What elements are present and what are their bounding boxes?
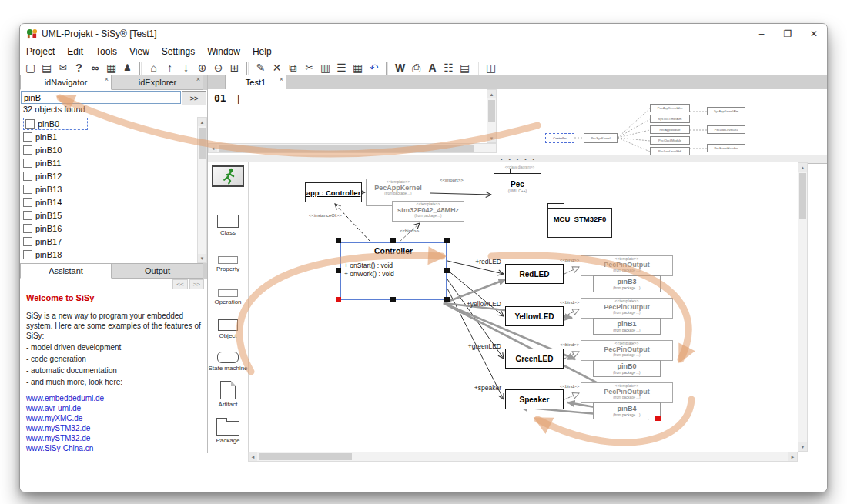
link-embeddeduml[interactable]: www.embeddeduml.de — [26, 393, 201, 403]
menu-settings[interactable]: Settings — [156, 46, 201, 57]
checkbox-icon[interactable] — [23, 159, 32, 168]
tool-operation[interactable]: Operation — [214, 289, 241, 305]
tool-artifact[interactable]: Artifact — [219, 381, 238, 408]
checkbox-icon[interactable] — [23, 185, 32, 194]
checkbox-icon[interactable] — [23, 237, 32, 246]
object-pinb3[interactable]: pinB3 (from package ...) — [593, 275, 661, 292]
diagram-overview[interactable]: Controller PecSysKernel PecAppKernelAlm … — [534, 101, 759, 156]
anchor-handle-red[interactable] — [655, 416, 661, 421]
navigator-scrollbar[interactable]: ▲ ▼ — [197, 117, 207, 263]
overview-node[interactable]: SysTickTimerAlm — [650, 115, 690, 123]
assistant-back-button[interactable]: << — [172, 279, 187, 289]
tab-test1[interactable]: Test1 × — [225, 75, 286, 89]
checkbox-icon[interactable] — [23, 132, 32, 142]
template-pecpinoutput[interactable]: <<template>> PecPinOutput (from package … — [581, 382, 673, 403]
list-item[interactable]: pinB11 — [20, 156, 197, 169]
tool-object[interactable]: Object — [218, 319, 238, 339]
tool-state-machine[interactable]: State machine — [208, 352, 247, 372]
search-binoculars-icon[interactable]: ∞ — [87, 60, 103, 75]
template-pecpinoutput[interactable]: <<template>> PecPinOutput (from package … — [581, 255, 673, 276]
edit-icon[interactable]: ✎ — [253, 60, 269, 75]
anchor-handle-red[interactable] — [336, 297, 341, 302]
overview-node[interactable]: PecLowLevel585 — [707, 125, 745, 134]
resize-handle[interactable] — [444, 268, 450, 273]
close-button[interactable]: ✕ — [801, 25, 827, 44]
checkbox-icon[interactable] — [23, 224, 32, 233]
scroll-down-icon[interactable]: ▼ — [487, 134, 496, 142]
tab-idexplorer[interactable]: idExplorer × — [112, 75, 203, 90]
splitter-handle[interactable]: • • • • • — [500, 156, 537, 162]
help-icon[interactable]: ? — [71, 60, 87, 75]
options-icon[interactable]: ☷ — [440, 60, 457, 75]
close-icon[interactable]: × — [105, 75, 109, 83]
minimize-button[interactable]: – — [748, 25, 775, 44]
object-pinb0[interactable]: pinB0 (from package ...) — [593, 360, 661, 377]
open-project-icon[interactable]: ▤ — [38, 60, 55, 75]
list-item[interactable]: pinB17 — [20, 235, 197, 248]
list-item[interactable]: pinB1 — [20, 130, 197, 143]
tab-assistant[interactable]: Assistant — [20, 263, 112, 279]
menu-edit[interactable]: Edit — [61, 46, 89, 57]
checkbox-icon[interactable] — [23, 172, 32, 181]
checkbox-icon[interactable] — [23, 211, 32, 220]
menu-view[interactable]: View — [123, 46, 156, 57]
editor-horizontal-scrollbar[interactable]: ◄ — [208, 143, 497, 153]
object-pinb4[interactable]: pinB4 (from package ...) — [593, 402, 661, 419]
package-mcu-stm32f0[interactable]: MCU_STM32F0 — [547, 208, 612, 238]
scroll-left-icon[interactable]: ◄ — [209, 144, 217, 152]
scroll-thumb[interactable] — [219, 145, 474, 152]
overview-node[interactable]: PecAppModule — [650, 125, 690, 134]
resize-handle[interactable] — [336, 238, 341, 243]
list-item[interactable]: pinB18 — [20, 248, 197, 261]
scroll-thumb[interactable] — [799, 173, 806, 219]
user-icon[interactable]: ♟ — [119, 60, 136, 75]
resize-handle[interactable] — [390, 238, 396, 243]
scroll-down-icon[interactable]: ▼ — [798, 442, 807, 451]
scroll-right-icon[interactable]: ► — [788, 452, 797, 461]
link-mystm32-2[interactable]: www.mySTM32.de — [26, 433, 201, 443]
new-document-icon[interactable]: ▢ — [22, 60, 38, 75]
list-item[interactable]: pinB16 — [20, 222, 197, 235]
class-yellowled[interactable]: YellowLED — [505, 306, 564, 326]
overview-node[interactable]: PecSysKernel — [584, 133, 618, 143]
checkbox-icon[interactable] — [23, 250, 32, 259]
report-icon[interactable]: ▤ — [457, 60, 473, 75]
scroll-thumb[interactable] — [199, 128, 206, 159]
checkbox-icon[interactable] — [23, 145, 32, 155]
class-redled[interactable]: RedLED — [505, 264, 564, 284]
maximize-button[interactable]: ❐ — [775, 25, 801, 44]
tab-idnavigator[interactable]: idNavigator × — [20, 75, 112, 90]
paste-icon[interactable]: ▥ — [317, 60, 333, 75]
tool-property[interactable]: Property — [216, 256, 239, 272]
zoom-out-icon[interactable]: ⊖ — [210, 60, 226, 75]
object-pinb1[interactable]: pinB1 (from package ...) — [593, 318, 661, 335]
list-item[interactable]: pinB0 — [20, 117, 197, 130]
package-pec[interactable]: Pec (UML C++) — [494, 173, 541, 205]
list-icon[interactable]: ☰ — [333, 60, 350, 75]
link-mystm32[interactable]: www.mySTM32.de — [26, 423, 201, 433]
search-input[interactable] — [21, 91, 181, 104]
diagram-canvas[interactable]: app : Controller <<template>> PecAppKern… — [248, 162, 798, 452]
diagram-horizontal-scrollbar[interactable]: ◄ ► — [248, 452, 798, 462]
list-item[interactable]: pinB13 — [20, 182, 197, 195]
list-item[interactable]: pinB15 — [20, 209, 197, 222]
home-icon[interactable]: ⌂ — [146, 60, 162, 75]
copy-icon[interactable]: ⧉ — [285, 60, 301, 75]
undo-icon[interactable]: ↶ — [366, 60, 382, 75]
scroll-up-icon[interactable]: ▲ — [487, 90, 496, 98]
diagram-vertical-scrollbar[interactable]: ▲ ▼ — [798, 162, 808, 452]
search-go-button[interactable]: >> — [182, 91, 206, 105]
scroll-up-icon[interactable]: ▲ — [198, 118, 206, 126]
scroll-down-icon[interactable]: ▼ — [198, 254, 206, 262]
resize-handle[interactable] — [444, 238, 450, 243]
overview-node[interactable]: Controller — [545, 133, 574, 143]
overview-node[interactable]: PecEventHandler — [707, 144, 745, 152]
assistant-forward-button[interactable]: >> — [189, 279, 204, 289]
link-myxmc[interactable]: www.myXMC.de — [26, 413, 201, 423]
template-pecpinoutput[interactable]: <<template>> PecPinOutput (from package … — [581, 298, 673, 319]
overview-node[interactable]: SysAppKernelAlm — [707, 107, 745, 115]
mail-icon[interactable]: ✉ — [55, 60, 71, 75]
cut-icon[interactable]: ✂ — [301, 60, 317, 75]
scroll-up-icon[interactable]: ▲ — [798, 163, 807, 172]
editor-vertical-scrollbar[interactable]: ▲ ▼ — [487, 89, 497, 143]
